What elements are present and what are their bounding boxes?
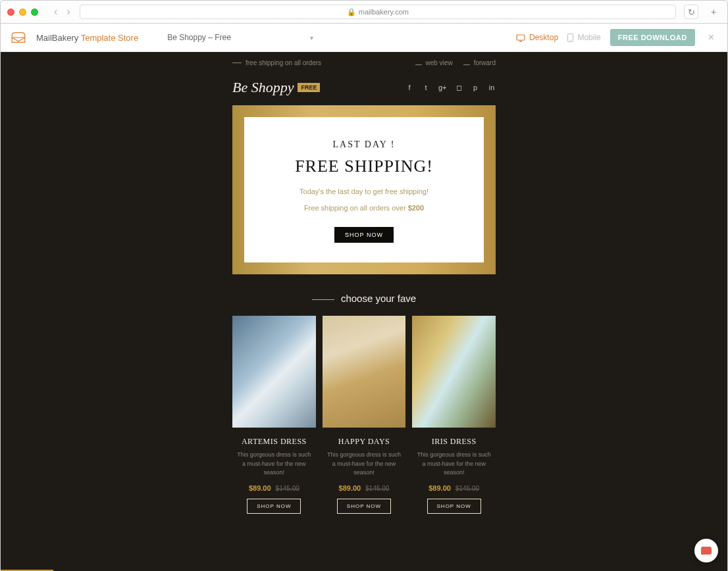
product-price: $89.00 $145.00 [412, 484, 496, 492]
section-heading: choose your fave [232, 293, 496, 304]
email-preview-viewport: free shipping on all orders web view for… [1, 52, 727, 571]
social-icons: f t g+ ◻ p in [405, 84, 496, 92]
product-card: ARTEMIS DRESS This gorgeous dress is suc… [232, 316, 316, 514]
forward-link[interactable]: forward [463, 59, 496, 66]
product-price: $89.00 $145.00 [323, 484, 406, 492]
reload-button[interactable]: ↻ [684, 5, 698, 19]
browser-toolbar: ‹ › 🔒 mailbakery.com ↻ + [1, 1, 727, 24]
browser-window: ‹ › 🔒 mailbakery.com ↻ + MailBakery Temp… [0, 0, 728, 571]
mobile-icon [567, 34, 573, 42]
chevron-down-icon: ▾ [310, 34, 313, 41]
email-header: Be Shoppy FREE f t g+ ◻ p in [232, 74, 496, 105]
product-shop-button[interactable]: SHOP NOW [337, 499, 391, 514]
svg-rect-1 [519, 41, 522, 42]
product-desc: This gorgeous dress is such a must-have … [412, 451, 496, 478]
dash-icon [232, 62, 242, 63]
product-shop-button[interactable]: SHOP NOW [247, 499, 301, 514]
device-toggle: Desktop Mobile [516, 33, 601, 42]
forward-icon[interactable]: › [66, 6, 70, 18]
web-view-link[interactable]: web view [415, 59, 453, 66]
product-card: HAPPY DAYS This gorgeous dress is such a… [323, 316, 406, 514]
utility-bar: free shipping on all orders web view for… [232, 52, 496, 74]
desktop-icon [516, 34, 525, 42]
url-text: mailbakery.com [359, 8, 409, 16]
hero-banner: LAST DAY ! FREE SHIPPING! Today's the la… [232, 105, 496, 274]
brand-sub: Template Store [81, 33, 138, 43]
mobile-toggle[interactable]: Mobile [567, 33, 601, 42]
line-icon [312, 299, 334, 300]
product-image[interactable] [232, 316, 316, 428]
instagram-icon[interactable]: ◻ [455, 84, 463, 92]
hero-shop-now-button[interactable]: SHOP NOW [334, 227, 394, 243]
facebook-icon[interactable]: f [405, 84, 413, 92]
chat-icon [701, 547, 712, 555]
product-shop-button[interactable]: SHOP NOW [427, 499, 481, 514]
twitter-icon[interactable]: t [422, 84, 430, 92]
free-shipping-note: free shipping on all orders [246, 59, 321, 66]
template-dropdown[interactable]: Be Shoppy – Free ▾ [167, 33, 313, 42]
template-name: Be Shoppy – Free [167, 33, 231, 42]
google-plus-icon[interactable]: g+ [438, 84, 446, 92]
minimize-window-button[interactable] [19, 9, 26, 16]
address-bar[interactable]: 🔒 mailbakery.com [80, 5, 676, 19]
product-grid: ARTEMIS DRESS This gorgeous dress is suc… [232, 316, 496, 514]
mailbakery-logo-icon[interactable] [10, 30, 27, 45]
close-window-button[interactable] [7, 9, 14, 16]
brand-text[interactable]: MailBakery Template Store [36, 33, 138, 43]
linkedin-icon[interactable]: in [488, 84, 496, 92]
product-image[interactable] [323, 316, 406, 428]
free-badge: FREE [298, 83, 320, 92]
brand-main: MailBakery [36, 33, 78, 43]
hero-sub-2: Free shipping on all orders over $200 [257, 202, 471, 214]
pinterest-icon[interactable]: p [471, 84, 479, 92]
site-header-bar: MailBakery Template Store Be Shoppy – Fr… [1, 24, 727, 52]
window-controls [7, 9, 38, 16]
hero-title: FREE SHIPPING! [257, 157, 471, 176]
back-icon[interactable]: ‹ [54, 6, 57, 18]
product-title: HAPPY DAYS [323, 437, 406, 447]
product-card: IRIS DRESS This gorgeous dress is such a… [412, 316, 496, 514]
new-tab-button[interactable]: + [706, 5, 721, 19]
lock-icon: 🔒 [347, 8, 356, 16]
svg-rect-0 [517, 35, 525, 40]
hero-sub-1: Today's the last day to get free shippin… [257, 186, 471, 198]
svg-point-3 [570, 40, 571, 41]
be-shoppy-logo[interactable]: Be Shoppy [232, 79, 294, 96]
hero-eyebrow: LAST DAY ! [257, 139, 471, 150]
chat-fab-button[interactable] [694, 539, 718, 562]
product-price: $89.00 $145.00 [232, 484, 316, 492]
maximize-window-button[interactable] [31, 9, 38, 16]
desktop-toggle[interactable]: Desktop [516, 33, 558, 42]
product-desc: This gorgeous dress is such a must-have … [323, 451, 406, 478]
close-preview-button[interactable]: × [704, 32, 718, 43]
product-image[interactable] [412, 316, 496, 428]
product-title: IRIS DRESS [412, 437, 496, 447]
product-desc: This gorgeous dress is such a must-have … [232, 451, 316, 478]
product-title: ARTEMIS DRESS [232, 437, 316, 447]
free-download-button[interactable]: FREE DOWNLOAD [610, 29, 695, 46]
nav-arrows: ‹ › [54, 6, 70, 18]
